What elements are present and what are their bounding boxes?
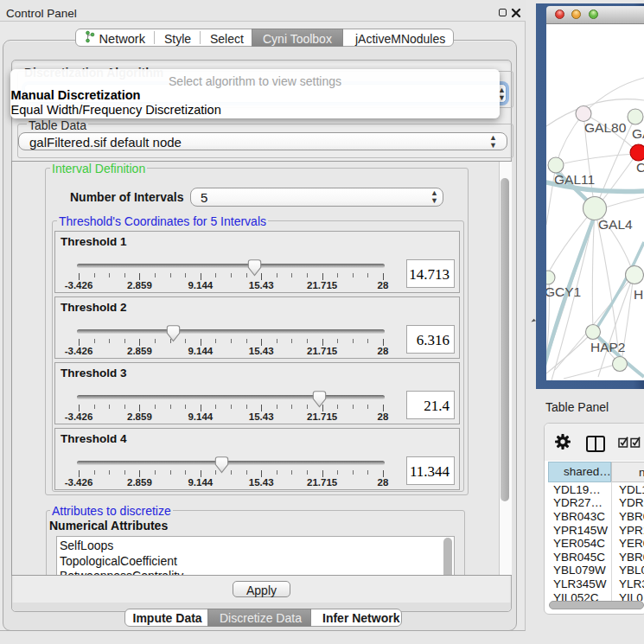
svg-text:GA: GA — [632, 126, 644, 141]
svg-text:GAL4: GAL4 — [598, 217, 633, 232]
svg-text:GCY1: GCY1 — [546, 284, 581, 299]
svg-text:GAL80: GAL80 — [584, 120, 627, 135]
svg-text:HAP2: HAP2 — [590, 340, 626, 354]
svg-text:H: H — [634, 287, 643, 302]
svg-text:GAL11: GAL11 — [554, 172, 595, 187]
svg-text:C: C — [636, 160, 644, 175]
